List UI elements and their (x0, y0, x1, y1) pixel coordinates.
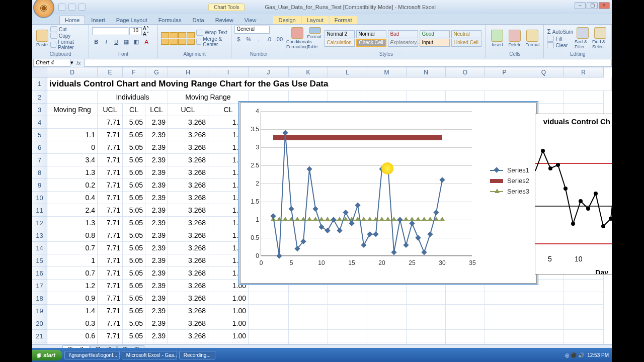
taskbar-item-1[interactable]: \\grangerfiles\logonf... (64, 351, 120, 359)
tab-data[interactable]: Data (187, 16, 209, 24)
taskbar-item-3[interactable]: Recording... (179, 351, 215, 359)
col-header-L[interactable]: L (328, 67, 367, 77)
embedded-chart[interactable]: 00.511.522.533.5405101520253035 Series1 … (240, 103, 537, 284)
style-calculation[interactable]: Calculation (325, 39, 355, 47)
border-button[interactable]: ▦ (122, 39, 130, 45)
tab-home[interactable]: Home (59, 16, 85, 24)
row-header-13[interactable]: 13 (32, 229, 47, 242)
clear-button[interactable]: Clear (547, 42, 573, 48)
row-header-17[interactable]: 17 (32, 280, 47, 292)
col-header-K[interactable]: K (289, 67, 328, 77)
formula-bar[interactable] (84, 59, 612, 67)
row-header-8[interactable]: 8 (32, 166, 47, 179)
fill-color-button[interactable]: ◧ (132, 39, 140, 45)
close-button[interactable]: × (599, 2, 610, 9)
style-explanatory[interactable]: Explanatory... (388, 39, 418, 47)
underline-button[interactable]: U (112, 39, 120, 45)
secondary-chart[interactable]: viduals Control Ch 5 10 Day (535, 114, 612, 275)
row-header-18[interactable]: 18 (32, 292, 47, 305)
name-box[interactable]: Chart 4 (33, 59, 70, 67)
col-header-G[interactable]: G (145, 67, 168, 77)
col-header-M[interactable]: M (367, 67, 407, 77)
alignment-buttons[interactable] (161, 32, 195, 45)
tab-layout[interactable]: Layout (302, 16, 329, 24)
insert-cells-button[interactable]: Insert (489, 27, 505, 49)
col-header-R[interactable]: R (564, 67, 604, 77)
sort-filter-button[interactable]: Sort & Filter (575, 27, 591, 49)
copy-button[interactable]: Copy (50, 33, 86, 39)
cut-button[interactable]: Cut (50, 26, 86, 32)
row-header-19[interactable]: 19 (32, 305, 47, 317)
tab-view[interactable]: View (239, 16, 262, 24)
tab-insert[interactable]: Insert (86, 16, 110, 24)
fill-button[interactable]: Fill (547, 36, 573, 42)
style-normal2[interactable]: Normal 2 (325, 30, 355, 38)
row-header-12[interactable]: 12 (32, 217, 47, 229)
style-input[interactable]: Input (420, 39, 450, 47)
font-size-select[interactable]: 10 (129, 27, 142, 35)
style-normal[interactable]: Normal (356, 30, 386, 38)
row-header-14[interactable]: 14 (32, 242, 47, 254)
row-header-7[interactable]: 7 (32, 154, 47, 166)
number-format-select[interactable]: General (234, 26, 270, 34)
row-header-4[interactable]: 4 (32, 116, 47, 129)
format-as-table-button[interactable]: Format as Table (307, 27, 323, 49)
style-bad[interactable]: Bad (388, 30, 418, 38)
merge-center-button[interactable]: Merge & Center (196, 36, 228, 47)
find-select-button[interactable]: Find & Select (592, 27, 608, 49)
row-header-22[interactable]: 22 (32, 342, 47, 344)
col-header-E[interactable]: E (98, 67, 123, 77)
style-neutral[interactable]: Neutral (451, 30, 481, 38)
row-header-2[interactable]: 2 (32, 91, 47, 104)
chart-plot-area[interactable]: 00.511.522.533.5405101520253035 (261, 111, 472, 256)
tab-formulas[interactable]: Formulas (153, 16, 187, 24)
font-select[interactable] (92, 27, 128, 35)
col-header-J[interactable]: J (249, 67, 289, 77)
row-header-6[interactable]: 6 (32, 141, 47, 154)
row-header-21[interactable]: 21 (32, 330, 47, 342)
wrap-text-button[interactable]: Wrap Text (196, 30, 228, 36)
tab-page-layout[interactable]: Page Layout (111, 16, 152, 24)
font-color-button[interactable]: A (142, 39, 150, 45)
row-header-20[interactable]: 20 (32, 317, 47, 330)
style-linked-cell[interactable]: Linked Cell (451, 39, 481, 47)
italic-button[interactable]: I (102, 39, 110, 45)
tab-format[interactable]: Format (330, 16, 357, 24)
chart-legend[interactable]: Series1 Series2 Series3 (490, 163, 529, 198)
minimize-button[interactable]: – (575, 2, 586, 9)
tab-design[interactable]: Design (273, 16, 300, 24)
format-painter-button[interactable]: Format Painter (50, 39, 86, 50)
autosum-button[interactable]: ΣAutoSum (547, 28, 573, 35)
delete-cells-button[interactable]: Delete (507, 27, 523, 49)
select-all-corner[interactable] (32, 67, 47, 77)
row-header-16[interactable]: 16 (32, 267, 47, 280)
row-header-11[interactable]: 11 (32, 204, 47, 217)
col-header-O[interactable]: O (446, 67, 485, 77)
row-header-10[interactable]: 10 (32, 192, 47, 204)
paste-button[interactable]: Paste (35, 27, 49, 49)
col-header-F[interactable]: F (123, 67, 145, 77)
style-good[interactable]: Good (420, 30, 450, 38)
row-header-3[interactable]: 3 (32, 104, 47, 116)
col-header-P[interactable]: P (485, 67, 524, 77)
bold-button[interactable]: B (92, 39, 100, 45)
col-header-N[interactable]: N (407, 67, 446, 77)
maximize-button[interactable]: ▢ (587, 2, 598, 9)
start-button[interactable]: ◉ start (32, 350, 62, 360)
col-header-D[interactable]: D (47, 67, 98, 77)
format-cells-button[interactable]: Format (524, 27, 540, 49)
style-check-cell[interactable]: Check Cell (356, 39, 386, 47)
taskbar-item-2[interactable]: Microsoft Excel - Gas... (122, 351, 177, 359)
quick-access-toolbar[interactable] (58, 4, 86, 11)
tab-review[interactable]: Review (210, 16, 238, 24)
col-header-Q[interactable]: Q (524, 67, 564, 77)
row-header-5[interactable]: 5 (32, 129, 47, 141)
system-tray[interactable]: ◎ ⚫ 🔊12:53 PM (565, 352, 612, 358)
row-header-9[interactable]: 9 (32, 179, 47, 192)
worksheet-area[interactable]: DEFGHIJKLMNOPQR 123456789101112131415161… (32, 67, 612, 344)
namebox-dropdown[interactable]: ▾ (70, 59, 73, 66)
fx-icon[interactable]: fx (76, 60, 81, 66)
col-header-I[interactable]: I (208, 67, 249, 77)
row-header-1[interactable]: 1 (32, 77, 47, 91)
col-header-H[interactable]: H (168, 67, 208, 77)
